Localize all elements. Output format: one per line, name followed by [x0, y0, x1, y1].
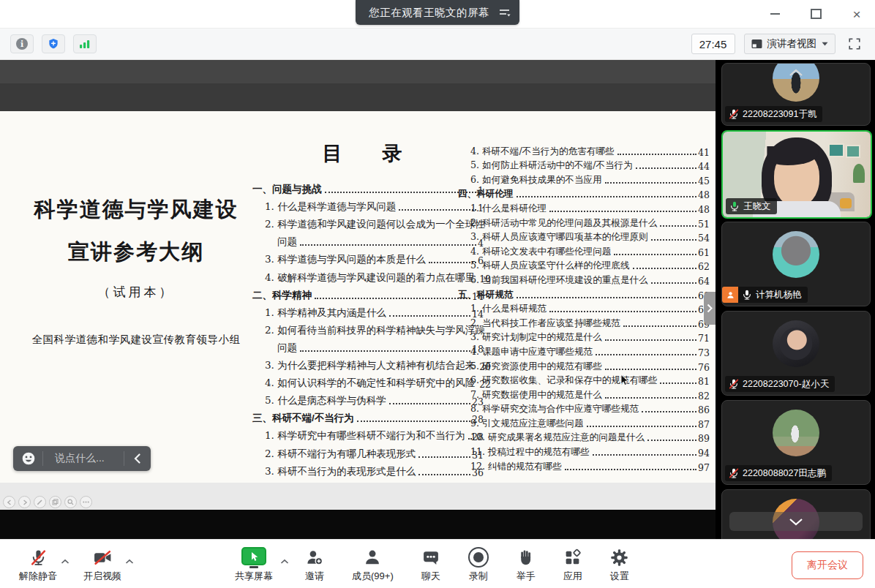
record-button[interactable]: 录制: [468, 547, 489, 583]
participant-tile[interactable]: 计算机杨艳: [721, 222, 871, 306]
emoji-button[interactable]: [15, 451, 42, 466]
meeting-window: 您正在观看王晓文的屏幕 × i: [0, 0, 875, 588]
share-screen-icon: [241, 547, 266, 568]
raised-hand-icon: [517, 549, 535, 567]
participant-tile[interactable]: 22208088027田志鹏: [721, 400, 871, 485]
annotation-toolbar: [3, 496, 92, 508]
shared-screen-area: 科学道德与学风建设 宣讲参考大纲 （试用本） 全国科学道德和学风建设宣传教育领导…: [0, 60, 716, 539]
toc-entry: 3. 科研人员应该遵守哪四项基本的伦理原则 54: [458, 230, 710, 244]
toc-entry: 5. 科研人员应该坚守什么样的伦理底线 62: [458, 258, 710, 273]
chevron-right-icon: [707, 304, 713, 313]
leave-meeting-button[interactable]: 离开会议: [792, 551, 863, 579]
quick-chat-placeholder[interactable]: 说点什么...: [43, 452, 124, 465]
fullscreen-icon: [848, 37, 861, 50]
toc-entry: 2. 当代科技工作者应该坚持哪些规范 69: [458, 315, 710, 330]
toc-entry: 12. 纠错的规范有哪些 97: [458, 459, 710, 473]
chat-button[interactable]: 聊天: [421, 547, 440, 583]
chevron-down-icon: [822, 42, 828, 46]
toc-entry: 6. 如何避免科技成果的不当应用 45: [458, 172, 710, 186]
network-quality-button[interactable]: [73, 34, 97, 53]
watching-banner[interactable]: 您正在观看王晓文的屏幕: [356, 0, 519, 25]
copy-pages-button[interactable]: [49, 496, 61, 508]
toc-entry: 1. 科学研究中有哪些科研不端行为和不当行为 28: [252, 425, 484, 442]
participant-name-badge: 22208088027田志鹏: [725, 465, 832, 481]
mic-muted-icon: [728, 467, 740, 479]
apps-grid-icon: [563, 549, 582, 567]
audio-options-caret[interactable]: [59, 551, 72, 572]
participant-tile[interactable]: [721, 489, 871, 539]
layout-menu-icon[interactable]: [498, 7, 511, 18]
participant-name-badge: 22208223091于凯: [725, 106, 822, 122]
participant-tile-speaking[interactable]: 王晓文: [721, 130, 872, 219]
prev-page-button[interactable]: [3, 496, 15, 508]
participant-name-badge: 22208223070-赵小天: [725, 376, 835, 392]
toc-entry: 1. 什么是科研规范 68: [458, 301, 710, 316]
toc-entry: 9. 引文规范应注意哪些问题 87: [458, 415, 710, 430]
toc-entry: 5. 研究资源使用中的规范有哪些 76: [458, 358, 710, 373]
apps-button[interactable]: 应用: [563, 547, 582, 583]
cover-edition: （试用本）: [19, 284, 253, 301]
toc-entry: 2. 科研不端行为有哪几种表现形式 31: [252, 442, 484, 460]
annotate-pencil-button[interactable]: [34, 496, 46, 508]
magnifier-button[interactable]: [64, 496, 77, 508]
chat-bubble-icon: [421, 549, 440, 567]
view-mode-dropdown[interactable]: 演讲者视图: [744, 34, 836, 54]
cover-author: 全国科学道德和学风建设宣传教育领导小组: [19, 333, 253, 347]
toc-entry: 二、科学精神 14: [252, 284, 484, 302]
unmute-button[interactable]: 解除静音: [19, 547, 57, 583]
view-mode-label: 演讲者视图: [767, 37, 817, 50]
toc-entry: 2. 科学道德和学风建设问题何以会成为一个全球性 问题 4: [252, 214, 484, 249]
participant-tile[interactable]: 22208223091于凯: [721, 63, 871, 126]
share-options-caret[interactable]: [278, 551, 291, 572]
start-video-button[interactable]: 开启视频: [83, 547, 121, 583]
invite-button[interactable]: 邀请: [305, 547, 324, 583]
toc-entry: 4. 课题申请中应遵守哪些规范 73: [458, 344, 710, 358]
toc-entry: 5. 如何防止科研活动中的不端/不当行为 44: [458, 158, 710, 173]
mic-muted-icon: [728, 378, 740, 390]
cover-title-line2: 宣讲参考大纲: [19, 235, 253, 268]
meeting-toolbar-top: i 27:45: [0, 29, 875, 60]
members-button[interactable]: 成员(99+): [352, 547, 394, 583]
toc-entry: 4. 破解科学道德与学风建设问题的着力点在哪里 10: [252, 266, 484, 284]
document-cover: 科学道德与学风建设 宣讲参考大纲 （试用本） 全国科学道德和学风建设宣传教育领导…: [19, 193, 253, 347]
more-tools-button[interactable]: [80, 496, 92, 508]
fullscreen-button[interactable]: [844, 34, 865, 53]
camera-off-icon: [93, 549, 113, 567]
speaker-view-icon: [751, 39, 762, 49]
share-screen-button[interactable]: 共享屏幕: [235, 547, 273, 583]
members-icon: [363, 549, 382, 567]
video-options-caret[interactable]: [123, 551, 136, 572]
close-button[interactable]: ×: [846, 4, 868, 23]
chevron-down-icon: [789, 518, 803, 526]
scroll-down-button[interactable]: [729, 512, 863, 531]
title-bar: 您正在观看王晓文的屏幕 ×: [0, 0, 875, 29]
meeting-timer: 27:45: [691, 34, 735, 54]
quick-chat-bubble[interactable]: 说点什么...: [13, 446, 151, 471]
shared-document-page: 科学道德与学风建设 宣讲参考大纲 （试用本） 全国科学道德和学风建设宣传教育领导…: [0, 111, 716, 483]
mic-muted-icon: [728, 108, 740, 120]
raise-hand-button[interactable]: 举手: [517, 547, 536, 583]
toc-column-left: 一、问题与挑战 1 1. 什么是科学道德与学风问题 1: [252, 178, 484, 478]
toc-entry: 五、科研规范 68: [458, 287, 710, 301]
toc-title: 目 录: [252, 140, 482, 167]
scroll-up-button[interactable]: [789, 67, 803, 80]
next-page-button[interactable]: [18, 496, 31, 508]
maximize-button[interactable]: [805, 4, 827, 23]
mic-on-icon: [741, 289, 753, 301]
meeting-security-button[interactable]: [42, 34, 65, 53]
settings-button[interactable]: 设置: [610, 547, 629, 583]
toc-entry: 7. 研究数据使用中的规范是什么 82: [458, 387, 710, 402]
chevron-up-icon: [789, 69, 803, 77]
toc-entry: 5. 什么是病态科学与伪科学 23: [252, 390, 484, 407]
toc-entry: 4. 科研论文发表中有哪些伦理问题 61: [458, 244, 710, 258]
collapse-chat-button[interactable]: [124, 453, 149, 464]
toc-entry: 3. 为什么要把科学精神与人文精神有机结合起来 20: [252, 355, 484, 372]
participant-tile[interactable]: 22208223070-赵小天: [721, 311, 871, 396]
info-icon: i: [16, 38, 28, 50]
sidebar-expand-toggle[interactable]: [704, 292, 716, 325]
participant-avatar: [773, 320, 819, 367]
meeting-info-button[interactable]: i: [10, 34, 34, 53]
shield-plus-icon: [48, 38, 59, 50]
minimize-button[interactable]: [764, 4, 786, 23]
invite-person-icon: [305, 549, 324, 567]
